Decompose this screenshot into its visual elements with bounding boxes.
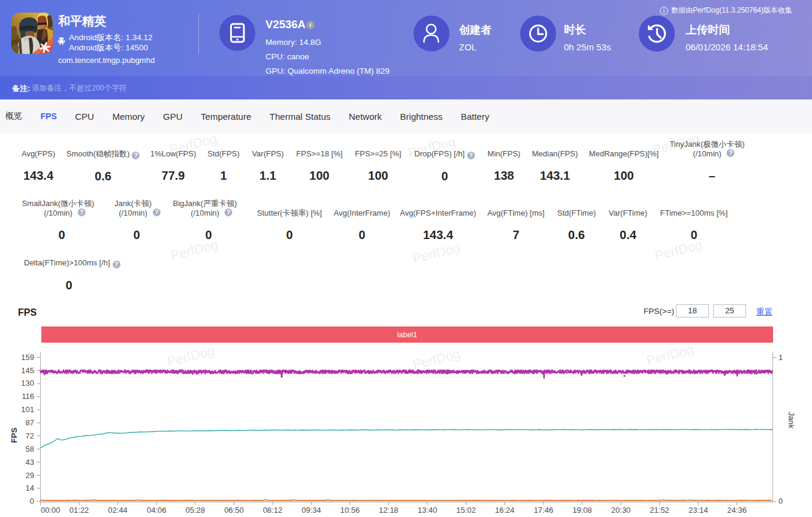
svg-text:145: 145 bbox=[21, 366, 34, 375]
svg-text:08:12: 08:12 bbox=[263, 506, 283, 515]
svg-text:14: 14 bbox=[26, 483, 34, 492]
svg-text:43: 43 bbox=[26, 458, 34, 467]
svg-text:0: 0 bbox=[778, 497, 783, 506]
svg-text:130: 130 bbox=[21, 379, 34, 388]
svg-text:02:44: 02:44 bbox=[108, 506, 128, 515]
svg-text:1: 1 bbox=[778, 353, 783, 362]
svg-text:101: 101 bbox=[21, 405, 34, 414]
svg-text:0: 0 bbox=[30, 497, 34, 506]
svg-text:58: 58 bbox=[26, 445, 34, 453]
svg-text:00:00: 00:00 bbox=[41, 506, 61, 515]
svg-text:23:14: 23:14 bbox=[689, 506, 708, 515]
svg-text:17:46: 17:46 bbox=[534, 506, 554, 515]
svg-text:10:56: 10:56 bbox=[340, 506, 360, 515]
svg-text:19:08: 19:08 bbox=[572, 506, 592, 515]
svg-text:05:28: 05:28 bbox=[186, 506, 206, 515]
svg-text:21:52: 21:52 bbox=[650, 506, 669, 515]
svg-text:15:02: 15:02 bbox=[457, 506, 476, 515]
svg-text:72: 72 bbox=[26, 431, 34, 440]
svg-text:09:34: 09:34 bbox=[301, 506, 321, 515]
svg-text:29: 29 bbox=[26, 471, 34, 480]
svg-text:01:22: 01:22 bbox=[70, 506, 89, 515]
svg-text:13:40: 13:40 bbox=[418, 506, 437, 515]
svg-text:16:24: 16:24 bbox=[495, 506, 515, 515]
svg-text:12:18: 12:18 bbox=[379, 506, 399, 515]
svg-text:159: 159 bbox=[21, 353, 34, 362]
svg-text:116: 116 bbox=[22, 392, 34, 401]
svg-text:06:50: 06:50 bbox=[224, 506, 244, 515]
svg-text:24:36: 24:36 bbox=[728, 506, 747, 515]
svg-text:87: 87 bbox=[26, 418, 34, 427]
svg-text:04:06: 04:06 bbox=[147, 506, 167, 515]
svg-text:20:30: 20:30 bbox=[611, 506, 631, 515]
